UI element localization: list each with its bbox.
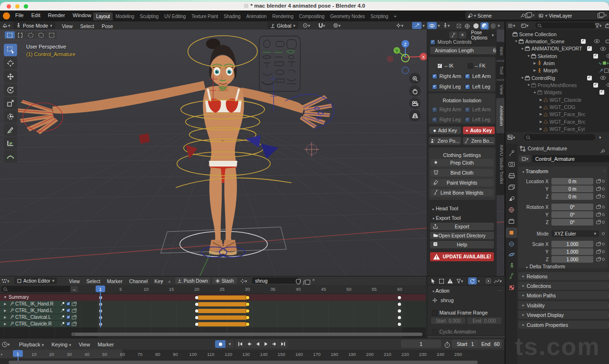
tab-modeling[interactable]: Modeling (113, 12, 137, 20)
timeline-menu-playback[interactable]: Playback ▾ (15, 340, 48, 349)
timeline-editor-type-icon[interactable]: ▾ (2, 341, 10, 348)
frame-end-field[interactable]: End60 (479, 340, 502, 348)
section-custom-properties[interactable]: ▸Custom Properties:::: (518, 321, 609, 329)
animate-dot[interactable] (602, 180, 605, 183)
collection-checkbox[interactable] (581, 39, 586, 44)
jump-to-start-button[interactable] (236, 340, 245, 348)
prep-cloth-button[interactable]: Prep Cloth (431, 159, 493, 167)
pose-bone-icon-button[interactable] (449, 31, 458, 39)
iso-right-arm-checkbox[interactable] (432, 107, 437, 112)
jump-to-end-button[interactable] (279, 340, 287, 348)
rotation-mode-dropdown[interactable]: XYZ Euler▾ (551, 230, 599, 237)
tool-rotate[interactable] (4, 84, 17, 96)
frame-end-field[interactable]: End0.000 (467, 317, 501, 324)
frame-start-field[interactable]: Start0.000 (431, 317, 465, 324)
filter-dropdown[interactable]: ▾ (456, 277, 463, 285)
new-collection-button[interactable] (604, 22, 609, 29)
select-lasso-button[interactable] (36, 31, 46, 39)
stash-button[interactable]: Stash (212, 277, 237, 284)
dope-menu-marker[interactable]: Marker (104, 277, 126, 285)
pin-id-icon[interactable] (600, 149, 604, 153)
timeline-menu-keying[interactable]: Keying ▾ (48, 340, 75, 349)
transform-orientation-dropdown[interactable]: Global▾ (267, 22, 298, 29)
hide-eye-toggle[interactable] (600, 47, 606, 51)
menu-edit[interactable]: Edit (28, 10, 44, 20)
expand-arrow[interactable]: ▶ (539, 120, 543, 124)
next-keyframe-button[interactable] (270, 340, 279, 348)
transform-value-field[interactable]: 0° (551, 219, 593, 226)
snap-keys-toggle[interactable] (468, 277, 477, 285)
pan-view-button[interactable] (409, 85, 421, 97)
tab-geometry-nodes[interactable]: Geometry Nodes (327, 12, 368, 20)
transform-value-field[interactable]: 0 m (551, 186, 593, 192)
animate-dot[interactable] (602, 243, 605, 246)
frame-start-field[interactable]: Start1 (452, 340, 479, 348)
manual-frame-range-checkbox[interactable] (432, 310, 437, 315)
channel-row[interactable]: ▶CTRL_Clavical.L (0, 314, 426, 321)
npanel-tab-imvu-studio-toolkit[interactable]: IMVU Studio Toolkit (496, 133, 504, 195)
gizmo-toggle[interactable] (412, 22, 422, 29)
elbow-marker[interactable] (139, 133, 150, 144)
tool-annotate[interactable] (4, 124, 17, 136)
paint-weights-button[interactable]: Paint Weights (431, 179, 493, 187)
outliner-row-controlrig[interactable]: ▼ControlRig (506, 74, 609, 81)
channel-row[interactable]: ▶CTRL_IK_Hand.R (0, 301, 426, 307)
action-id-icon[interactable]: ▾ (240, 277, 247, 285)
dope-search-input[interactable] (1, 286, 72, 292)
editor-type-icon[interactable]: ▾ (2, 22, 10, 29)
auto-key-button[interactable]: ●Auto Key (463, 127, 495, 134)
transform-value-field[interactable]: 0 m (551, 178, 593, 185)
pivot-point-dropdown[interactable]: ▾ (303, 22, 310, 29)
play-button[interactable] (262, 340, 270, 348)
right-leg-checkbox[interactable] (432, 84, 437, 89)
npanel-tab-item[interactable]: Item (496, 42, 504, 60)
expand-arrow[interactable]: ▶ (539, 105, 543, 109)
add-key-button[interactable]: ◆Add Key (429, 127, 461, 134)
expand-arrow[interactable]: ▶ (532, 61, 537, 65)
iso-left-leg-checkbox[interactable] (465, 117, 470, 122)
manual-frame-range-row[interactable]: Manual Frame Range (432, 308, 488, 316)
transform-value-field[interactable]: 0° (551, 204, 593, 210)
select-box-button[interactable] (15, 31, 25, 39)
properties-tab-tool[interactable] (506, 148, 517, 158)
hide-eye-toggle[interactable] (594, 39, 600, 43)
transform-value-field[interactable]: 1.000 (551, 241, 593, 247)
animation-length-field[interactable]: Animation Length 60 (430, 47, 503, 54)
animate-dot[interactable] (602, 195, 605, 198)
unlink-action-icon[interactable]: × (312, 277, 315, 283)
channel-row-summary[interactable]: ▼Summary (0, 294, 426, 301)
right-arm-checkbox[interactable] (432, 74, 437, 79)
camera-view-button[interactable] (409, 98, 421, 109)
outliner-row-wgt-cog[interactable]: ▶WGT_COG (506, 104, 609, 111)
update-available-button[interactable]: UPDATE AVAILABLE! (430, 252, 494, 261)
iso-right-leg-checkbox[interactable] (432, 117, 437, 122)
lock-icon[interactable] (596, 194, 600, 198)
lock-icon[interactable] (596, 249, 600, 254)
section-visibility[interactable]: ▸Visibility:::: (518, 301, 609, 309)
disable-render-toggle[interactable] (606, 39, 609, 43)
zero-pose-button[interactable]: Zero Po... (429, 137, 461, 145)
dope-current-frame-badge[interactable]: 1 (96, 285, 105, 292)
auto-keying-dropdown[interactable]: ▾ (226, 340, 234, 348)
tool-measure[interactable] (4, 137, 17, 149)
hide-eye-toggle[interactable] (606, 54, 609, 58)
shading-rendered-button[interactable] (489, 22, 497, 30)
object-name-field[interactable]: Control_Armature (532, 155, 609, 162)
collection-checkbox[interactable] (587, 76, 592, 80)
collection-checkbox[interactable] (599, 90, 604, 95)
properties-tab-viewlayer[interactable] (506, 182, 517, 192)
dope-menu-select[interactable]: Select (83, 277, 104, 285)
outliner-row-animation-export[interactable]: ▼ANIMATION_EXPORT (506, 45, 609, 52)
shading-solid-button[interactable] (472, 22, 480, 30)
dope-editor-type-icon[interactable]: ▾ (1, 277, 10, 285)
outliner-filter-dropdown[interactable]: ▾ (594, 22, 602, 29)
previous-keyframe-button[interactable] (245, 340, 253, 348)
show-gizmo-dropdown[interactable]: ▾ (396, 22, 403, 29)
animate-dot[interactable] (602, 187, 605, 190)
mode-selector[interactable]: Pose Mode▾ (13, 22, 55, 29)
tab-shading[interactable]: Shading (221, 12, 243, 20)
action-panel-header[interactable]: ▾ Action— (431, 288, 501, 294)
outliner-row-wgt-face-brc[interactable]: ▶WGT_Face_Brc (506, 111, 609, 118)
outliner-search-input[interactable] (535, 22, 596, 29)
collection-checkbox[interactable] (593, 83, 598, 88)
